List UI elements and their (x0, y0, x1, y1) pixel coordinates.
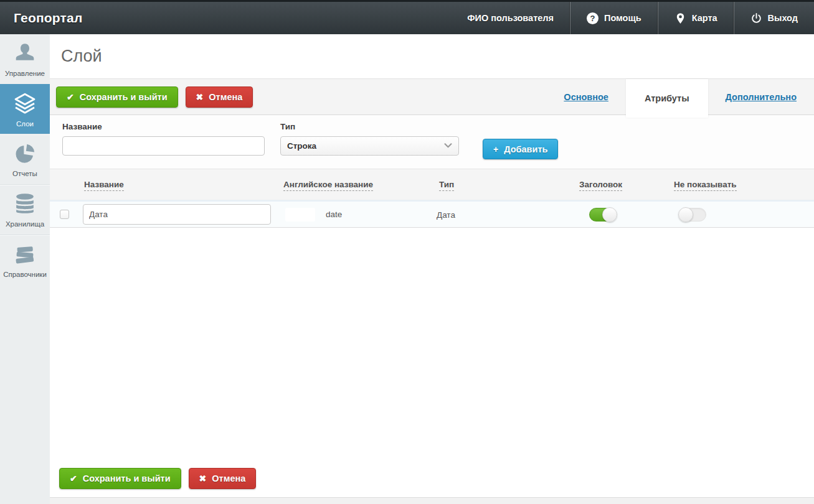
sort-header-hide-flag[interactable]: Не показывать (674, 180, 737, 191)
attribute-add-form: Название Тип Строка + Добавить (50, 115, 814, 169)
add-attribute-label: Добавить (504, 144, 547, 154)
sidebar-item-label: Управление (5, 70, 45, 78)
sidebar-item-directories[interactable]: Справочники (0, 235, 50, 285)
tab-additional[interactable]: Дополнительно (708, 92, 814, 102)
logout-label: Выход (768, 13, 798, 23)
main-content: Слой ✔ Сохранить и выйти ✖ Отмена Основн… (50, 34, 814, 504)
map-menu-item[interactable]: Карта (658, 2, 734, 34)
sidebar: Управление Слои Отчеты (0, 34, 50, 504)
page-header: Слой (50, 34, 814, 79)
name-field-label: Название (62, 122, 265, 131)
books-icon (12, 242, 38, 267)
row-cell-english-name: date (280, 208, 436, 222)
cancel-button-bottom[interactable]: ✖ Отмена (189, 468, 257, 489)
tab-attributes[interactable]: Атрибуты (626, 79, 708, 118)
tab-bar: Основное Атрибуты Дополнительно (546, 79, 814, 114)
bottom-action-bar: ✔ Сохранить и выйти ✖ Отмена (59, 468, 814, 489)
save-exit-label: Сохранить и выйти (80, 92, 168, 102)
tab-main[interactable]: Основное (546, 92, 626, 102)
sidebar-item-layers[interactable]: Слои (0, 84, 50, 134)
help-label: Помощь (604, 13, 641, 23)
help-menu-item[interactable]: ? Помощь (570, 2, 658, 34)
help-icon: ? (587, 12, 599, 24)
sort-header-english-name[interactable]: Английское название (283, 180, 373, 191)
sort-header-header-flag[interactable]: Заголовок (579, 180, 622, 191)
check-icon: ✔ (70, 474, 77, 483)
sort-header-name[interactable]: Название (84, 180, 124, 191)
hide-flag-toggle[interactable] (679, 208, 706, 222)
app-window: Геопортал ФИО пользователя ? Помощь Карт… (0, 0, 814, 504)
map-pin-icon (674, 12, 686, 24)
layers-icon (12, 91, 38, 116)
row-checkbox[interactable] (60, 210, 69, 219)
row-cell-header-flag (576, 208, 671, 222)
attributes-table-header: Название Английское название Тип Заголов… (50, 169, 814, 200)
brand-logo: Геопортал (0, 2, 97, 34)
user-icon (12, 41, 38, 66)
page-title: Слой (61, 47, 102, 66)
sidebar-item-management[interactable]: Управление (0, 34, 50, 84)
plus-icon: + (493, 144, 498, 154)
check-icon: ✔ (67, 92, 74, 102)
sidebar-item-storages[interactable]: Хранилища (0, 184, 50, 235)
table-row: date Дата (50, 200, 814, 228)
cancel-label: Отмена (209, 92, 242, 102)
sidebar-item-label: Слои (16, 120, 34, 128)
map-label: Карта (692, 13, 717, 23)
sidebar-item-label: Справочники (3, 271, 47, 279)
row-english-name-value: date (326, 210, 342, 219)
header-cell-english-name: Английское название (280, 179, 436, 191)
top-nav: ФИО пользователя ? Помощь Карта (451, 2, 814, 34)
power-icon (750, 12, 762, 24)
row-name-input[interactable] (83, 204, 271, 225)
save-exit-label: Сохранить и выйти (83, 474, 171, 483)
sort-header-type[interactable]: Тип (439, 180, 454, 191)
database-icon (12, 192, 38, 217)
attribute-type-selected-value: Строка (287, 141, 316, 151)
attribute-type-select[interactable]: Строка (280, 136, 459, 156)
header-cell-type: Тип (436, 179, 576, 191)
toggle-knob (678, 207, 693, 222)
sidebar-item-label: Хранилища (6, 220, 44, 228)
table-empty-area: ✔ Сохранить и выйти ✖ Отмена (50, 228, 814, 497)
save-exit-button-bottom[interactable]: ✔ Сохранить и выйти (59, 468, 181, 489)
row-cell-hide-flag (671, 208, 814, 222)
header-cell-name: Название (81, 179, 280, 191)
footer-strip (50, 497, 814, 504)
chevron-down-icon (444, 143, 452, 149)
row-cell-name (81, 204, 280, 225)
row-cell-checkbox (50, 210, 81, 219)
cancel-label: Отмена (212, 474, 245, 483)
add-attribute-button[interactable]: + Добавить (483, 139, 558, 159)
type-field-label: Тип (280, 122, 459, 131)
row-type-value: Дата (437, 210, 455, 220)
save-exit-button-top[interactable]: ✔ Сохранить и выйти (56, 86, 178, 108)
user-fullname-label: ФИО пользователя (467, 13, 554, 23)
cross-icon: ✖ (196, 92, 204, 102)
english-name-edit-placeholder (285, 208, 315, 222)
cross-icon: ✖ (199, 474, 207, 483)
attribute-name-input[interactable] (62, 136, 265, 156)
top-action-bar: ✔ Сохранить и выйти ✖ Отмена Основное Ат… (50, 79, 814, 115)
row-cell-type: Дата (436, 209, 576, 220)
user-fullname-menu[interactable]: ФИО пользователя (451, 2, 570, 34)
logout-menu-item[interactable]: Выход (734, 2, 814, 34)
top-bar: Геопортал ФИО пользователя ? Помощь Карт… (0, 0, 814, 34)
sidebar-item-reports[interactable]: Отчеты (0, 134, 50, 184)
header-cell-header-flag: Заголовок (576, 179, 671, 191)
toggle-knob (602, 207, 617, 222)
cancel-button-top[interactable]: ✖ Отмена (186, 86, 253, 108)
name-field-group: Название (62, 122, 265, 156)
sidebar-item-label: Отчеты (12, 170, 37, 178)
header-flag-toggle[interactable] (589, 208, 617, 222)
header-cell-hide-flag: Не показывать (671, 179, 814, 191)
pie-chart-icon (12, 141, 38, 166)
type-field-group: Тип Строка (280, 122, 459, 156)
